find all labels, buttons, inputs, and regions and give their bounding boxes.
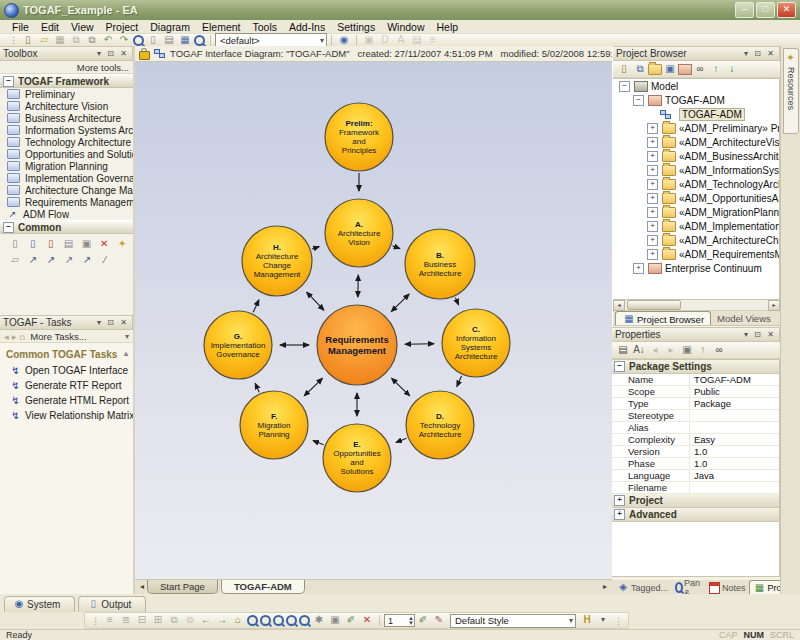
adm-spoke-connector[interactable]: [304, 378, 322, 396]
toolbox-item-preliminary[interactable]: Preliminary: [0, 88, 133, 100]
zoom-icon[interactable]: [194, 35, 205, 46]
adm-ring-connector[interactable]: [312, 247, 319, 249]
prev-icon[interactable]: ◂: [648, 344, 662, 357]
pin-icon[interactable]: ⊡: [754, 330, 763, 339]
scrollbar-thumb[interactable]: [627, 300, 681, 310]
property-row-type[interactable]: TypePackage: [612, 398, 779, 410]
alphabetical-icon[interactable]: A↓: [632, 344, 646, 357]
zoom-in-icon[interactable]: [247, 615, 258, 626]
grid-icon[interactable]: ▦: [178, 34, 192, 47]
expand-icon[interactable]: +: [647, 165, 658, 176]
print-icon[interactable]: ▤: [162, 34, 176, 47]
pin-icon[interactable]: ⊡: [107, 49, 116, 58]
format-icon[interactable]: ✐: [344, 614, 358, 627]
expand-icon[interactable]: +: [647, 123, 658, 134]
tab-start-page[interactable]: Start Page: [147, 580, 218, 594]
adm-spoke-connector[interactable]: [391, 294, 409, 311]
tab-project-browser[interactable]: ▦ Project Browser: [615, 311, 711, 325]
line-icon[interactable]: ∕: [97, 254, 113, 267]
pencil-icon[interactable]: ✎: [432, 614, 446, 627]
tab-output[interactable]: ▯ Output: [78, 596, 146, 612]
text-icon[interactable]: A: [394, 34, 408, 47]
property-row-stereotype[interactable]: Stereotype: [612, 410, 779, 422]
expand-icon[interactable]: +: [647, 179, 658, 190]
back-icon[interactable]: ←: [199, 614, 213, 627]
expand-icon[interactable]: +: [647, 221, 658, 232]
collapse-icon[interactable]: −: [3, 76, 14, 87]
advanced-group[interactable]: + Advanced: [612, 508, 779, 522]
forward-icon[interactable]: →: [215, 614, 229, 627]
tree-item-model[interactable]: −Model: [613, 79, 779, 93]
artifact-icon[interactable]: ▱: [7, 254, 23, 267]
property-row-complexity[interactable]: ComplexityEasy: [612, 434, 779, 446]
toolbox-item-technology-architecture[interactable]: Technology Architecture: [0, 136, 133, 148]
tree-horizontal-scrollbar[interactable]: ◂ ▸: [613, 300, 780, 311]
close-icon[interactable]: ✕: [120, 49, 129, 58]
layers-icon[interactable]: ⧉: [633, 63, 647, 76]
list-icon[interactable]: ≡: [426, 34, 440, 47]
outdent-icon[interactable]: ≡: [103, 614, 117, 627]
highlighter-icon[interactable]: H: [580, 614, 594, 627]
expand-icon[interactable]: +: [647, 193, 658, 204]
tab-tagged-values[interactable]: ◈ Tagged...: [613, 580, 671, 594]
expand-icon[interactable]: +: [647, 151, 658, 162]
tab-scroll-left-icon[interactable]: ◂: [137, 580, 147, 594]
restore-button[interactable]: □: [756, 2, 775, 18]
tree-item-adm-implementationgovernance-phase-g[interactable]: +«ADM_ImplementationGovernance» Phase G: [613, 219, 779, 233]
adm-ring-connector[interactable]: [455, 298, 458, 305]
project-group[interactable]: + Project: [612, 494, 779, 508]
collapse-icon[interactable]: −: [633, 95, 644, 106]
back-icon[interactable]: ◂: [4, 331, 9, 342]
menu-add-ins[interactable]: Add-Ins: [283, 21, 331, 33]
adm-node-c-information-systems-architecture[interactable]: C.InformationSystemsArchitecture: [442, 309, 510, 377]
move-down-icon[interactable]: ↓: [725, 63, 739, 76]
zoom-normal-icon[interactable]: [273, 615, 284, 626]
expand-icon[interactable]: +: [614, 509, 625, 520]
adm-node-a-architecture-vision[interactable]: A.ArchitectureVision: [325, 199, 393, 267]
property-row-name[interactable]: NameTOGAF-ADM: [612, 374, 779, 386]
document-icon[interactable]: ▯: [146, 34, 160, 47]
open-icon[interactable]: ▱: [37, 34, 51, 47]
menu-window[interactable]: Window: [381, 21, 430, 33]
expand-icon[interactable]: +: [647, 235, 658, 246]
menu-file[interactable]: File: [6, 21, 35, 33]
format-brush-icon[interactable]: ✐: [416, 614, 430, 627]
collapse-icon[interactable]: −: [614, 361, 625, 372]
adm-node-g-implementation-governance[interactable]: G.ImplementationGovernance: [204, 311, 272, 379]
toolbox-item-opportunities-and-solutions[interactable]: Opportunities and Solutions: [0, 148, 133, 160]
adm-ring-connector[interactable]: [457, 376, 462, 387]
diagram-icon[interactable]: ▣: [663, 63, 677, 76]
view-icon[interactable]: ∞: [712, 344, 726, 357]
zoom-fit-icon[interactable]: [286, 615, 297, 626]
expand-icon[interactable]: +: [647, 207, 658, 218]
adm-ring-connector[interactable]: [253, 300, 259, 312]
menu-project[interactable]: Project: [100, 21, 145, 33]
tab-scroll-right-icon[interactable]: ▸: [600, 580, 610, 594]
collapse-icon[interactable]: ⊟: [135, 614, 149, 627]
task-view-relationship-matrix[interactable]: ↯View Relationship Matrix: [0, 408, 133, 423]
menu-edit[interactable]: Edit: [35, 21, 65, 33]
adm-spoke-connector[interactable]: [392, 378, 410, 396]
pin-icon[interactable]: ⊡: [754, 49, 763, 58]
shape-style-select[interactable]: Default Style ▾: [450, 614, 576, 628]
collapse-arrow-icon[interactable]: ▴: [124, 349, 128, 360]
categorized-icon[interactable]: ▤: [616, 344, 630, 357]
diagram-canvas[interactable]: Prelim:FrameworkandPrinciplesA.Architect…: [135, 62, 612, 579]
tab-togaf-adm[interactable]: TOGAF-ADM: [221, 580, 305, 594]
style-select[interactable]: <default> ▾: [215, 33, 327, 47]
table-icon[interactable]: ▤: [410, 34, 424, 47]
home-icon[interactable]: ⌂: [231, 614, 245, 627]
image-icon[interactable]: ▣: [362, 34, 376, 47]
property-row-phase[interactable]: Phase1.0: [612, 458, 779, 470]
toolbox-item-migration-planning[interactable]: Migration Planning: [0, 160, 133, 172]
resources-tab[interactable]: ✦ Resources: [783, 48, 799, 134]
chevron-down-icon[interactable]: ▾: [97, 318, 103, 327]
dependency-icon[interactable]: ↗: [25, 254, 41, 267]
menu-help[interactable]: Help: [431, 21, 465, 33]
adm-ring-connector[interactable]: [393, 246, 400, 249]
scroll-right-icon[interactable]: ▸: [768, 300, 780, 311]
menu-element[interactable]: Element: [196, 21, 247, 33]
tree-item-adm-informationsystemsarchitecture-phase-c[interactable]: +«ADM_InformationSystemsArchitecture» Ph…: [613, 163, 779, 177]
close-icon[interactable]: ✕: [767, 49, 776, 58]
property-row-scope[interactable]: ScopePublic: [612, 386, 779, 398]
